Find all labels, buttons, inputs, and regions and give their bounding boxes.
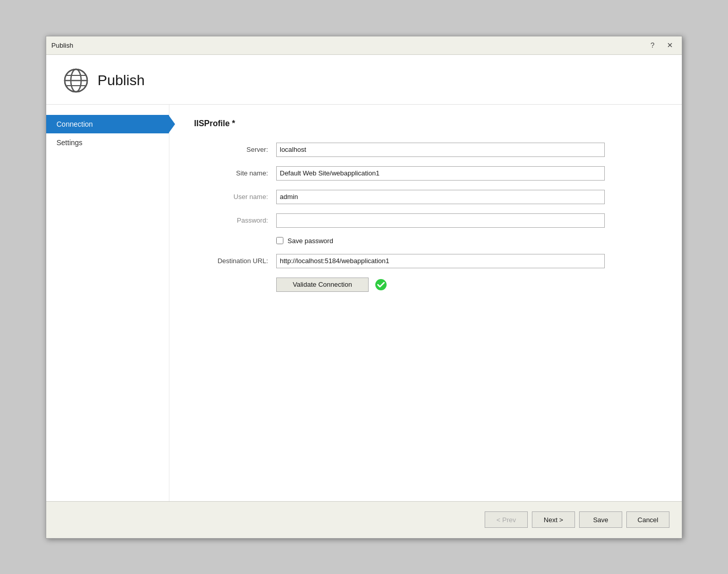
validate-row: Validate Connection	[276, 278, 657, 292]
next-button[interactable]: Next >	[532, 511, 575, 528]
section-title: IISProfile *	[194, 119, 657, 128]
sidebar-item-connection[interactable]: Connection	[46, 115, 169, 133]
prev-button[interactable]: < Prev	[485, 511, 528, 528]
globe-icon	[63, 67, 89, 94]
close-button[interactable]: ✕	[663, 39, 677, 51]
sidebar-settings-label: Settings	[56, 138, 83, 147]
sidebar-connection-label: Connection	[56, 120, 93, 128]
server-label: Server:	[194, 146, 276, 153]
cancel-button[interactable]: Cancel	[626, 511, 669, 528]
sidebar-item-settings[interactable]: Settings	[46, 133, 169, 152]
footer: < Prev Next > Save Cancel	[46, 501, 682, 538]
page-title: Publish	[98, 72, 145, 89]
user-name-row: User name:	[194, 190, 657, 204]
password-row: Password:	[194, 213, 657, 228]
save-password-checkbox[interactable]	[276, 237, 283, 244]
connection-valid-icon	[375, 279, 387, 291]
destination-url-row: Destination URL:	[194, 254, 657, 268]
site-name-label: Site name:	[194, 169, 276, 177]
password-label: Password:	[194, 216, 276, 224]
header-section: Publish	[46, 55, 682, 105]
content-area: Publish Connection Settings IISProfile *…	[46, 55, 682, 501]
help-button[interactable]: ?	[646, 39, 659, 51]
svg-point-6	[375, 279, 387, 290]
validate-connection-button[interactable]: Validate Connection	[276, 278, 369, 292]
site-name-row: Site name:	[194, 166, 657, 181]
server-input[interactable]	[276, 143, 605, 157]
title-bar-controls: ? ✕	[646, 39, 677, 51]
publish-window: Publish ? ✕ Publish Connection	[46, 36, 682, 539]
server-row: Server:	[194, 143, 657, 157]
title-bar: Publish ? ✕	[46, 36, 682, 55]
destination-url-label: Destination URL:	[194, 257, 276, 265]
destination-url-input[interactable]	[276, 254, 605, 268]
site-name-input[interactable]	[276, 166, 605, 181]
sidebar: Connection Settings	[46, 105, 169, 501]
password-input[interactable]	[276, 213, 605, 228]
user-name-input[interactable]	[276, 190, 605, 204]
window-title: Publish	[51, 42, 73, 49]
user-name-label: User name:	[194, 193, 276, 201]
save-password-row: Save password	[276, 237, 657, 245]
save-password-label[interactable]: Save password	[288, 237, 333, 245]
form-section: IISProfile * Server: Site name: User nam…	[169, 105, 682, 501]
save-button[interactable]: Save	[579, 511, 622, 528]
main-content: Connection Settings IISProfile * Server:…	[46, 105, 682, 501]
